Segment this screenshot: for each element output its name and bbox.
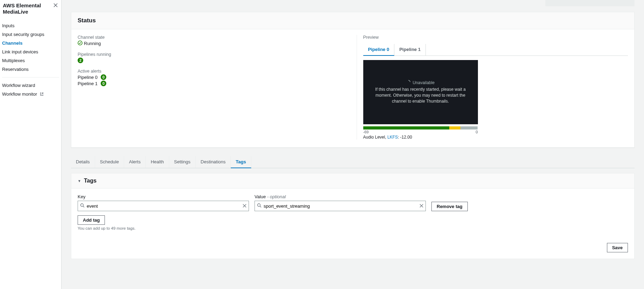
caret-down-icon: ▼ [78, 179, 81, 183]
alert-row-1: Pipeline 1 0 [78, 81, 343, 86]
pipelines-count-badge: 2 [78, 58, 83, 63]
audio-scale-min: -69 [363, 130, 369, 134]
tab-schedule[interactable]: Schedule [95, 156, 124, 168]
preview-label: Preview [363, 35, 628, 40]
preview-unavailable-title: Unavailable [413, 80, 435, 85]
preview-thumbnail: Unavailable If this channel has recently… [363, 60, 478, 124]
top-bar-button-placeholder [545, 0, 635, 6]
tab-pipeline-1[interactable]: Pipeline 1 [394, 44, 426, 55]
tab-destinations[interactable]: Destinations [196, 156, 231, 168]
tab-pipeline-0[interactable]: Pipeline 0 [363, 44, 395, 56]
sidebar-item-channels[interactable]: Channels [0, 39, 61, 47]
svg-line-8 [260, 206, 262, 208]
sidebar: AWS Elemental MediaLive Inputs Input sec… [0, 0, 62, 289]
alert-pipeline-1-name: Pipeline 1 [78, 81, 98, 86]
preview-tabs: Pipeline 0 Pipeline 1 [363, 44, 628, 56]
tags-panel: ▼ Tags Key [71, 173, 635, 259]
add-tag-button[interactable]: Add tag [78, 215, 105, 225]
sidebar-divider [2, 77, 59, 77]
clear-key-icon[interactable] [243, 203, 246, 209]
svg-line-4 [83, 206, 85, 208]
channel-state-label: Channel state [78, 35, 343, 40]
status-panel-header: Status [71, 12, 634, 29]
sidebar-item-reservations[interactable]: Reservations [0, 65, 61, 74]
status-panel: Status Channel state Running [71, 12, 635, 148]
tab-health[interactable]: Health [146, 156, 169, 168]
channel-tab-bar: Details Schedule Alerts Health Settings … [71, 156, 635, 168]
audio-level-label: Audio Level, LKFS: -12.00 [363, 135, 628, 140]
status-left: Channel state Running Pipelines running … [78, 35, 343, 140]
check-circle-icon [78, 40, 83, 46]
audio-scale-max: 0 [475, 130, 478, 134]
tag-key-col: Key [78, 194, 249, 211]
tags-panel-header[interactable]: ▼ Tags [71, 173, 634, 188]
lkfs-link[interactable]: LKFS [387, 135, 398, 140]
clear-value-icon[interactable] [420, 203, 423, 209]
save-button[interactable]: Save [607, 243, 628, 252]
sidebar-item-inputs[interactable]: Inputs [0, 21, 61, 30]
audio-segment-yellow [449, 126, 461, 129]
audio-scale: -69 0 [363, 130, 478, 134]
sidebar-header: AWS Elemental MediaLive [0, 0, 61, 20]
tag-value-col: Value - optional [255, 194, 426, 211]
tab-settings[interactable]: Settings [169, 156, 196, 168]
audio-segment-gray [460, 126, 478, 129]
audio-level-meter [363, 126, 478, 129]
top-bar-placeholder [71, 0, 635, 8]
tag-key-label: Key [78, 194, 249, 199]
sidebar-nav: Inputs Input security groups Channels Li… [0, 20, 61, 100]
active-alerts-label: Active alerts [78, 69, 343, 74]
tab-details[interactable]: Details [71, 156, 95, 168]
status-heading: Status [78, 17, 628, 24]
audio-level-value: : -12.00 [398, 135, 412, 140]
tag-key-input[interactable] [85, 202, 243, 210]
alert-row-0: Pipeline 0 0 [78, 74, 343, 80]
audio-label-prefix: Audio Level, [363, 135, 387, 140]
channel-state-value: Running [84, 41, 101, 46]
remove-tag-button[interactable]: Remove tag [431, 202, 468, 211]
tag-key-input-wrap [78, 201, 249, 211]
alert-pipeline-1-count: 0 [101, 81, 106, 86]
spinner-icon [406, 80, 410, 85]
svg-point-7 [258, 204, 260, 207]
preview-unavailable-msg: If this channel has recently started, pl… [373, 87, 468, 104]
tab-tags[interactable]: Tags [231, 156, 251, 168]
tab-alerts[interactable]: Alerts [124, 156, 146, 168]
close-icon[interactable] [52, 2, 59, 9]
status-body: Channel state Running Pipelines running … [71, 29, 634, 147]
sidebar-item-link-input-devices[interactable]: Link input devices [0, 47, 61, 56]
pipelines-running-label: Pipelines running [78, 52, 343, 57]
tag-value-label: Value - optional [255, 194, 426, 199]
tag-hint: You can add up to 49 more tags. [78, 226, 628, 230]
workflow-monitor-label: Workflow monitor [2, 91, 37, 97]
external-link-icon [40, 91, 44, 97]
tags-heading: Tags [84, 178, 96, 184]
sidebar-item-input-security-groups[interactable]: Input security groups [0, 30, 61, 39]
tag-value-input-wrap [255, 201, 426, 211]
search-icon [257, 203, 262, 209]
search-icon [80, 203, 85, 209]
alert-pipeline-0-count: 0 [101, 74, 106, 80]
preview-section: Preview Pipeline 0 Pipeline 1 Unavailabl… [357, 35, 628, 140]
sidebar-item-workflow-wizard[interactable]: Workflow wizard [0, 81, 61, 90]
audio-segment-green [363, 126, 449, 129]
tags-body: Key Value - optional [71, 188, 634, 237]
sidebar-item-multiplexes[interactable]: Multiplexes [0, 56, 61, 65]
tag-row: Key Value - optional [78, 194, 628, 211]
main-content: Status Channel state Running [62, 0, 644, 289]
service-title: AWS Elemental MediaLive [2, 2, 52, 15]
svg-point-3 [81, 204, 84, 207]
tag-value-input[interactable] [262, 202, 420, 210]
sidebar-item-workflow-monitor[interactable]: Workflow monitor [0, 90, 61, 99]
alert-pipeline-0-name: Pipeline 0 [78, 75, 98, 80]
